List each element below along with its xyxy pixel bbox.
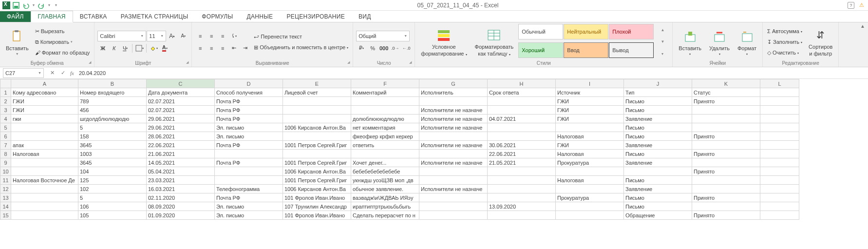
cell-style-neutral[interactable]: Нейтральный [564, 24, 608, 39]
row-header[interactable]: 2 [0, 97, 11, 106]
cell[interactable] [692, 176, 760, 185]
cell[interactable] [760, 97, 799, 106]
cell[interactable]: Исполнители не назначе [419, 115, 488, 123]
cell[interactable]: Почта РФ [215, 193, 283, 202]
cell[interactable] [215, 167, 283, 176]
conditional-formatting-button[interactable]: Условное форматирование ▾ [418, 24, 470, 60]
delete-cells-button[interactable]: Удалить▾ [706, 24, 733, 60]
tab-review[interactable]: РЕЦЕНЗИРОВАНИЕ [280, 11, 352, 22]
cell[interactable]: Сделать перерасчет по н [351, 211, 419, 220]
cell[interactable]: Почта РФ [215, 141, 283, 150]
cell-style-good[interactable]: Хороший [518, 42, 563, 58]
cell[interactable] [11, 132, 78, 141]
cell[interactable] [556, 211, 624, 220]
cell[interactable]: ГЖИ [556, 106, 624, 115]
column-header-C[interactable]: C [147, 79, 215, 88]
cell[interactable]: 28.06.2021 [147, 132, 215, 141]
cell[interactable]: 04.07.2021 [488, 115, 556, 123]
row-header[interactable]: 3 [0, 106, 11, 115]
cell[interactable] [283, 106, 351, 115]
row-header[interactable]: 14 [0, 202, 11, 211]
paste-button[interactable]: Вставить ▼ [3, 24, 32, 60]
cell[interactable]: апак [11, 141, 78, 150]
cell[interactable] [488, 132, 556, 141]
cell[interactable]: Принято [692, 132, 760, 141]
column-header-D[interactable]: D [215, 79, 283, 88]
paste-dropdown-icon[interactable]: ▼ [16, 52, 19, 56]
cell[interactable]: Номер входящего [78, 88, 147, 97]
italic-button[interactable]: К [109, 43, 119, 54]
cell[interactable]: долюблюююдлюдлю [351, 115, 419, 123]
sort-filter-button[interactable]: ⇵Сортирови фильтр [806, 24, 835, 60]
column-header-B[interactable]: B [78, 79, 147, 88]
cell[interactable]: Письмо [624, 132, 692, 141]
cell[interactable]: 21.06.2021 [147, 150, 215, 158]
cell[interactable]: Тип [624, 88, 692, 97]
cell[interactable]: Исполнители не назначе [419, 106, 488, 115]
cell[interactable]: 22.06.2021 [488, 150, 556, 158]
cell[interactable] [11, 167, 78, 176]
column-header-F[interactable]: F [351, 79, 419, 88]
cell[interactable]: Эл. письмо [215, 132, 283, 141]
font-size-combo[interactable]: 11▼ [147, 31, 166, 41]
cell[interactable]: Принято [692, 211, 760, 220]
cell[interactable]: 1001 Петров Сергей.Григ [283, 141, 351, 150]
cell[interactable] [692, 158, 760, 167]
cell[interactable]: Прокуратура [556, 158, 624, 167]
cell[interactable]: 22.06.2021 [147, 141, 215, 150]
cell[interactable]: Способ получения [215, 88, 283, 97]
tab-insert[interactable]: ВСТАВКА [73, 11, 114, 22]
cell[interactable] [215, 150, 283, 158]
cell[interactable] [556, 185, 624, 193]
cell[interactable]: 101 Фролов Иван.Ивано [283, 193, 351, 202]
styles-more-icon[interactable]: ▾ [657, 51, 668, 57]
cell[interactable]: Письмо [624, 202, 692, 211]
copy-button[interactable]: ⧉Копировать▾ [34, 37, 92, 47]
cell[interactable]: ГЖИ [556, 115, 624, 123]
cell[interactable] [760, 167, 799, 176]
enter-formula-icon[interactable]: ✓ [57, 68, 68, 78]
cell[interactable] [760, 193, 799, 202]
cell[interactable]: Срок ответа [488, 88, 556, 97]
cell[interactable]: 125 [78, 176, 147, 185]
cell[interactable]: 1006 Кирсанов Антон.Ва [283, 123, 351, 132]
group-clipboard-title[interactable]: Буфер обмена [3, 60, 91, 66]
align-right-icon[interactable]: ≡ [217, 43, 228, 54]
row-header[interactable]: 6 [0, 132, 11, 141]
cell[interactable] [488, 106, 556, 115]
cell[interactable]: укнждш уоэЩЗВ моп ,дв [351, 176, 419, 185]
column-header-I[interactable]: I [556, 79, 624, 88]
row-header[interactable]: 9 [0, 158, 11, 167]
cell[interactable]: гжи [11, 115, 78, 123]
tab-view[interactable]: ВИД [352, 11, 378, 22]
tab-layout[interactable]: РАЗМЕТКА СТРАНИЦЫ [114, 11, 195, 22]
row-header[interactable]: 1 [0, 88, 11, 97]
cell[interactable] [556, 202, 624, 211]
cell[interactable]: Письмо [624, 176, 692, 185]
column-header-H[interactable]: H [488, 79, 556, 88]
row-header[interactable]: 8 [0, 150, 11, 158]
save-icon[interactable] [12, 1, 20, 10]
cell[interactable] [488, 123, 556, 132]
tab-formulas[interactable]: ФОРМУЛЫ [195, 11, 240, 22]
cell-style-bad[interactable]: Плохой [609, 24, 654, 39]
insert-cells-button[interactable]: Вставить▾ [676, 24, 704, 60]
cell[interactable] [692, 106, 760, 115]
cell[interactable] [419, 193, 488, 202]
redo-dropdown-icon[interactable]: ▼ [47, 1, 52, 10]
cell[interactable]: 1006 Кирсанов Антон.Ва [283, 167, 351, 176]
increase-font-icon[interactable]: A▴ [167, 31, 177, 41]
column-header-J[interactable]: J [624, 79, 692, 88]
cell[interactable]: 105 [78, 211, 147, 220]
cell[interactable]: 02.07.2021 [147, 106, 215, 115]
cell[interactable]: 101 Фролов Иван.Ивано [283, 211, 351, 220]
group-number-title[interactable]: Число [356, 60, 412, 66]
cell[interactable]: Дата документа [147, 88, 215, 97]
cell[interactable]: нет комментария [351, 123, 419, 132]
cell[interactable]: 107 Трунилин Александр [283, 202, 351, 211]
cell[interactable]: Эл. письмо [215, 202, 283, 211]
cell[interactable]: Комментарий [351, 88, 419, 97]
cell[interactable] [488, 167, 556, 176]
cell[interactable]: Налоговая [556, 176, 624, 185]
cell[interactable]: 13.09.2020 [488, 202, 556, 211]
